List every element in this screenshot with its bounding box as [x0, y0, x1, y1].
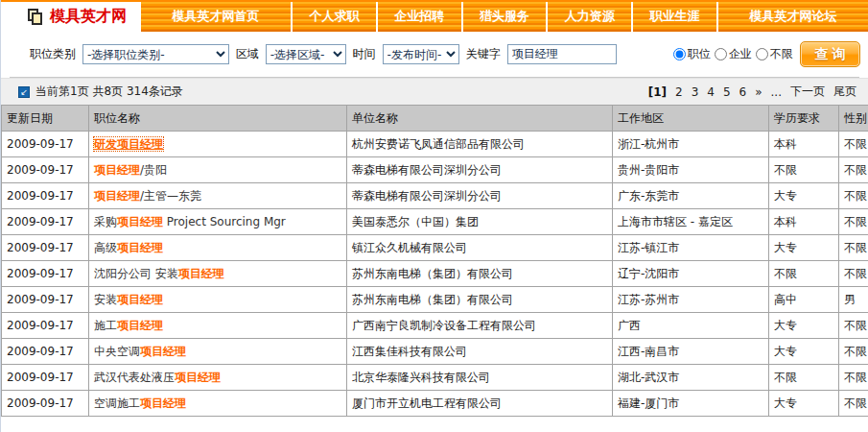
nav-tabs: 模具英才网首页 个人求职 企业招聘 猎头服务 人力资源 职业生涯 模具英才网论坛: [141, 2, 868, 32]
nav-tab-label: 猎头服务: [480, 8, 529, 25]
table-row: 2009-09-17 采购项目经理 Project Sourcing Mgr 美…: [2, 209, 868, 235]
scope-radio-label: 不限: [770, 46, 793, 62]
cell-position-name: 高级项目经理: [89, 235, 347, 261]
table-body: 2009-09-17 研发项目经理 杭州安费诺飞凤通信部品有限公司 浙江-杭州市…: [2, 132, 868, 417]
cell-update-date: 2009-09-17: [2, 365, 89, 391]
cell-position-name: 安装项目经理: [89, 287, 347, 313]
cell-gender: 不限: [839, 365, 868, 391]
time-select[interactable]: -发布时间-: [383, 44, 459, 64]
cell-work-region: 江苏-镇江市: [613, 235, 769, 261]
cell-work-region: 上海市市辖区 - 嘉定区: [613, 209, 769, 235]
cell-gender: 不限: [839, 183, 868, 209]
cell-education: 高中: [769, 287, 839, 313]
cell-gender: 不限: [839, 235, 868, 261]
cell-gender: 不限: [839, 132, 868, 157]
position-link[interactable]: 施工项目经理: [94, 319, 163, 332]
position-link[interactable]: 采购项目经理 Project Sourcing Mgr: [94, 215, 286, 228]
cell-company-name: 杭州安费诺飞凤通信部品有限公司: [347, 132, 613, 157]
cell-work-region: 广东-东莞市: [613, 183, 769, 209]
page-link[interactable]: 3: [692, 85, 699, 99]
scope-radio-item: 不限: [756, 46, 793, 62]
job-results-table: 更新日期 职位名称 单位名称 工作地区 学历要求 性别 2009-09-17 研…: [1, 105, 868, 417]
return-arrow-icon[interactable]: ↙: [18, 86, 30, 98]
scope-radio-label: 职位: [688, 46, 711, 62]
keyword-label: 关键字: [466, 46, 501, 62]
cell-company-name: 美国泰悉尔（中国）集团: [347, 209, 613, 235]
cell-gender: 不限: [839, 209, 868, 235]
nav-tab[interactable]: 个人求职: [293, 2, 376, 32]
nav-tab[interactable]: 职业生涯: [633, 2, 716, 32]
page-link[interactable]: 4: [707, 85, 715, 99]
header-update-date: 更新日期: [2, 106, 89, 132]
page-link[interactable]: 6: [739, 85, 747, 99]
cell-gender: 不限: [839, 157, 868, 183]
cell-work-region: 贵州-贵阳市: [613, 157, 769, 183]
cell-work-region: 浙江-杭州市: [613, 132, 769, 157]
header-position-name: 职位名称: [89, 106, 347, 132]
cell-company-name: 江西集佳科技有限公司: [347, 339, 613, 365]
cell-company-name: 苏州东南电梯（集团）有限公司: [347, 287, 613, 313]
scope-radio-label: 企业: [729, 46, 752, 62]
table-row: 2009-09-17 项目经理/主管—东莞 蒂森电梯有限公司深圳分公司 广东-东…: [2, 183, 868, 209]
cell-update-date: 2009-09-17: [2, 313, 89, 339]
position-link[interactable]: 安装项目经理: [94, 293, 163, 306]
position-link[interactable]: 项目经理/贵阳: [94, 163, 167, 177]
nav-tab[interactable]: 模具英才网论坛: [718, 2, 868, 32]
position-link[interactable]: 中央空调项目经理: [94, 345, 186, 358]
nav-tab-label: 人力资源: [565, 8, 615, 25]
header-education: 学历要求: [769, 106, 839, 132]
page-link[interactable]: 5: [723, 85, 731, 99]
cell-update-date: 2009-09-17: [2, 235, 89, 261]
nav-tab[interactable]: 猎头服务: [463, 2, 547, 32]
site-logo[interactable]: 模具英才网: [1, 2, 141, 32]
cell-company-name: 蒂森电梯有限公司深圳分公司: [347, 183, 613, 209]
nav-tab[interactable]: 人力资源: [548, 2, 631, 32]
page-link[interactable]: ...: [771, 85, 782, 99]
cell-education: 大专: [769, 183, 839, 209]
pagination-bar: ↙ 当前第1页 共8页 314条记录 [1] 2 3 4 5 6 » ... 下…: [1, 78, 868, 105]
pagination-links: [1] 2 3 4 5 6 » ... 下一页 尾页: [648, 84, 856, 100]
position-link[interactable]: 沈阳分公司 安装项目经理: [94, 267, 224, 280]
position-link[interactable]: 武汉代表处液压项目经理: [94, 371, 221, 384]
cell-company-name: 广西南宁良凯制冷设备工程有限公司: [347, 313, 613, 339]
position-link[interactable]: 高级项目经理: [94, 241, 163, 254]
site-logo-text: 模具英才网: [50, 7, 127, 27]
nav-tab-label: 个人求职: [310, 8, 360, 25]
scope-radio[interactable]: [673, 48, 686, 60]
topbar: 模具英才网 模具英才网首页 个人求职 企业招聘 猎头服务 人力资源 职业生涯 模…: [1, 2, 868, 32]
cell-position-name: 采购项目经理 Project Sourcing Mgr: [89, 209, 347, 235]
position-link[interactable]: 空调施工项目经理: [94, 396, 186, 410]
cell-gender: 不限: [839, 391, 868, 417]
search-button[interactable]: 查询: [800, 41, 860, 67]
scope-radio-group: 职位 企业 不限: [673, 46, 793, 62]
scope-radio[interactable]: [756, 48, 768, 60]
nav-tab-label: 模具英才网首页: [173, 8, 260, 25]
header-company-name: 单位名称: [347, 106, 613, 132]
position-link[interactable]: 项目经理/主管—东莞: [94, 189, 201, 203]
nav-tab[interactable]: 模具英才网首页: [141, 2, 291, 32]
cell-update-date: 2009-09-17: [2, 339, 89, 365]
table-header-row: 更新日期 职位名称 单位名称 工作地区 学历要求 性别: [2, 106, 868, 132]
table-row: 2009-09-17 中央空调项目经理 江西集佳科技有限公司 江西-南昌市 大专…: [2, 339, 868, 365]
cell-position-name: 施工项目经理: [89, 313, 347, 339]
table-row: 2009-09-17 高级项目经理 镇江众久机械有限公司 江苏-镇江市 大专 不…: [2, 235, 868, 261]
page-link[interactable]: 尾页: [833, 84, 856, 100]
page-link[interactable]: 2: [675, 85, 683, 99]
table-row: 2009-09-17 施工项目经理 广西南宁良凯制冷设备工程有限公司 广西 大专…: [2, 313, 868, 339]
cell-gender: 不限: [839, 339, 868, 365]
cell-company-name: 厦门市开立机电工程有限公司: [347, 391, 613, 417]
cell-company-name: 镇江众久机械有限公司: [347, 235, 613, 261]
page-link[interactable]: 下一页: [790, 84, 825, 100]
cell-education: 本科: [769, 209, 839, 235]
table-row: 2009-09-17 武汉代表处液压项目经理 北京华泰隆兴科技有限公司 湖北-武…: [2, 365, 868, 391]
scope-radio[interactable]: [715, 48, 727, 60]
cell-work-region: 辽宁-沈阳市: [613, 261, 769, 287]
region-select[interactable]: -选择区域-: [266, 44, 346, 64]
category-select[interactable]: -选择职位类别-: [82, 44, 229, 64]
table-row: 2009-09-17 空调施工项目经理 厦门市开立机电工程有限公司 福建-厦门市…: [2, 391, 868, 417]
position-link[interactable]: 研发项目经理: [94, 137, 163, 151]
page-link[interactable]: »: [755, 85, 762, 99]
keyword-input[interactable]: [507, 44, 617, 64]
nav-tab[interactable]: 企业招聘: [378, 2, 461, 32]
cell-position-name: 武汉代表处液压项目经理: [89, 365, 347, 391]
